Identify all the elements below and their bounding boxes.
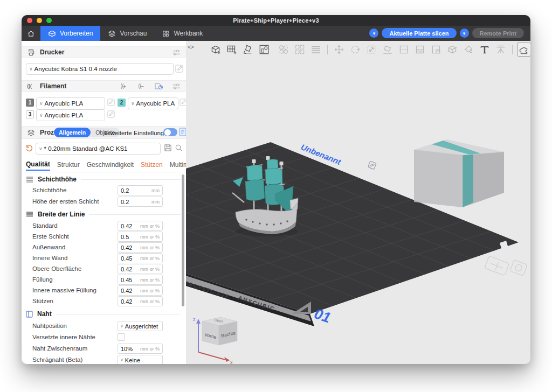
- collapse-sidebar-button[interactable]: <>: [188, 43, 198, 51]
- color-paint-icon[interactable]: [461, 43, 475, 57]
- model-cube[interactable]: [414, 139, 504, 207]
- search-settings-button[interactable]: [175, 144, 183, 152]
- object-list-icon[interactable]: [309, 43, 323, 57]
- setting-value: 10%: [121, 346, 140, 352]
- setting-row: Innere Wand 0.45mm or %: [22, 253, 186, 264]
- cut-icon[interactable]: [445, 43, 459, 57]
- process-list-icon[interactable]: [179, 128, 186, 136]
- auto-orient-icon[interactable]: [241, 43, 255, 57]
- text-icon[interactable]: [478, 43, 492, 57]
- plate-name-edit-icon[interactable]: [368, 161, 377, 170]
- filament-slot-badge-3[interactable]: 3: [26, 110, 34, 118]
- filament-select-value: Anycubic PLA: [136, 100, 175, 107]
- process-mode-allgemein[interactable]: Allgemein: [54, 128, 91, 137]
- save-preset-button[interactable]: [164, 144, 172, 152]
- process-preset-select[interactable]: ∨ * 0.20mm Standard @AC KS1: [36, 143, 161, 155]
- add-plate-icon[interactable]: [225, 43, 239, 57]
- scarf-seam-select[interactable]: ∨Keine: [118, 355, 163, 364]
- remove-filament-icon[interactable]: [137, 82, 146, 90]
- axis-z-label: z: [193, 317, 196, 322]
- setting-input[interactable]: 0.42mm or %: [118, 242, 163, 253]
- multimaterial-puzzle-icon[interactable]: [517, 43, 530, 57]
- filament-edit-button-3[interactable]: [107, 110, 115, 118]
- printer-settings-icon[interactable]: [172, 49, 181, 56]
- tab-stuetzen[interactable]: Stützen: [141, 161, 163, 170]
- tab-geschwindigkeit[interactable]: Geschwindigkeit: [87, 161, 134, 170]
- setting-input[interactable]: 0.42mm or %: [118, 285, 163, 296]
- tab-werkbank[interactable]: Werkbank: [154, 26, 210, 41]
- traffic-lights: [27, 18, 52, 23]
- split-windows-icon[interactable]: [293, 43, 307, 57]
- scale-icon[interactable]: [364, 43, 378, 57]
- tab-qualitaet[interactable]: Qualität: [26, 160, 50, 171]
- tab-vorbereiten[interactable]: Vorbereiten: [40, 26, 100, 41]
- tab-vorschau[interactable]: Vorschau: [100, 26, 154, 41]
- maximize-window-icon[interactable]: [46, 18, 52, 23]
- remote-print-button[interactable]: Remote Print: [472, 28, 524, 38]
- filament-edit-button-2[interactable]: [180, 99, 186, 106]
- staggered-seams-checkbox[interactable]: [118, 333, 125, 341]
- setting-row: Stützen 0.42mm or %: [22, 296, 186, 307]
- variable-layer-height-icon[interactable]: [429, 43, 443, 57]
- section-title: Schichthöhe: [38, 176, 77, 183]
- viewport-3d[interactable]: <>: [186, 41, 530, 364]
- setting-input[interactable]: 0.5mm or %: [118, 232, 163, 242]
- filament-slot-badge-1[interactable]: 1: [26, 99, 34, 107]
- setting-input[interactable]: 0.42mm or %: [118, 221, 163, 231]
- filament-select-3[interactable]: ∨ Anycubic PLA: [36, 109, 105, 121]
- filament-slot-badge-2[interactable]: 2: [118, 99, 126, 107]
- arrange-icon[interactable]: [257, 43, 271, 57]
- assemble-icon[interactable]: [277, 43, 291, 57]
- sidebar-scrollbar[interactable]: [182, 174, 184, 306]
- rotate-icon[interactable]: [348, 43, 362, 57]
- tab-multimaterial[interactable]: Multimater…: [170, 161, 186, 170]
- print-options-chevron-icon[interactable]: ▾: [460, 29, 469, 38]
- setting-label: Innere Wand: [32, 255, 67, 261]
- setting-input[interactable]: 0.2mm: [118, 197, 163, 207]
- section-naht: Naht: [26, 309, 181, 319]
- orientation-gizmo[interactable]: z x Oben Vorne Rechts: [193, 317, 237, 364]
- setting-unit: mm or %: [140, 346, 160, 352]
- setting-row: Außenwand 0.42mm or %: [22, 242, 186, 253]
- build-plate[interactable]: ABS/PETG/ASA ANYCUBIC: [186, 58, 530, 364]
- support-paint-icon[interactable]: [494, 43, 508, 57]
- lay-on-face-icon[interactable]: [381, 43, 395, 57]
- move-icon[interactable]: [332, 43, 346, 57]
- setting-input[interactable]: 0.2mm: [118, 185, 163, 195]
- add-object-icon[interactable]: [209, 43, 223, 57]
- filament-select-value: Anycubic PLA: [45, 100, 84, 107]
- close-window-icon[interactable]: [27, 18, 32, 23]
- filament-edit-button-1[interactable]: [107, 99, 115, 106]
- reset-preset-button[interactable]: [25, 144, 33, 152]
- home-button[interactable]: [22, 26, 40, 41]
- advanced-settings-toggle[interactable]: [163, 128, 177, 136]
- setting-label: Nahtposition: [32, 323, 67, 329]
- setting-label: Schrägnaht (Beta): [32, 356, 82, 363]
- divider: [89, 214, 181, 215]
- filament-section-header: Filament: [22, 80, 186, 92]
- setting-input[interactable]: 0.45mm or %: [118, 275, 163, 285]
- split-to-parts-icon[interactable]: [413, 43, 427, 57]
- printer-select[interactable]: ∨ Anycubic Kobra S1 0.4 nozzle: [26, 63, 174, 75]
- setting-input[interactable]: 0.42mm or %: [118, 296, 163, 306]
- setting-input[interactable]: 0.45mm or %: [118, 253, 163, 263]
- tab-struktur[interactable]: Struktur: [57, 161, 80, 170]
- minimize-window-icon[interactable]: [37, 18, 42, 23]
- slice-plate-button[interactable]: Aktuelle Platte slicen: [382, 28, 456, 38]
- setting-input[interactable]: 10%mm or %: [118, 344, 163, 354]
- setting-input[interactable]: 0.42mm or %: [118, 264, 163, 274]
- sync-filament-icon[interactable]: [155, 82, 163, 90]
- seam-position-select[interactable]: ∨Ausgerichtet: [118, 321, 163, 331]
- cube-teal-stripe-side: [463, 155, 473, 207]
- scene-3d[interactable]: ABS/PETG/ASA ANYCUBIC 01 Unbenannt: [186, 56, 530, 364]
- filament-select-2[interactable]: ∨ Anycubic PLA: [128, 97, 178, 109]
- add-filament-icon[interactable]: [119, 82, 128, 90]
- slice-options-chevron-icon[interactable]: ▾: [369, 29, 378, 38]
- printer-section-header: Drucker: [22, 46, 186, 58]
- setting-label: Naht Zwischenraum: [32, 345, 87, 352]
- split-to-objects-icon[interactable]: [397, 43, 411, 57]
- titlebar[interactable]: Pirate+Ship+Player+Piece+v3: [22, 15, 530, 26]
- filament-settings-icon[interactable]: [172, 83, 181, 90]
- printer-edit-button[interactable]: [175, 65, 183, 73]
- filament-select-1[interactable]: ∨ Anycubic PLA: [36, 97, 105, 109]
